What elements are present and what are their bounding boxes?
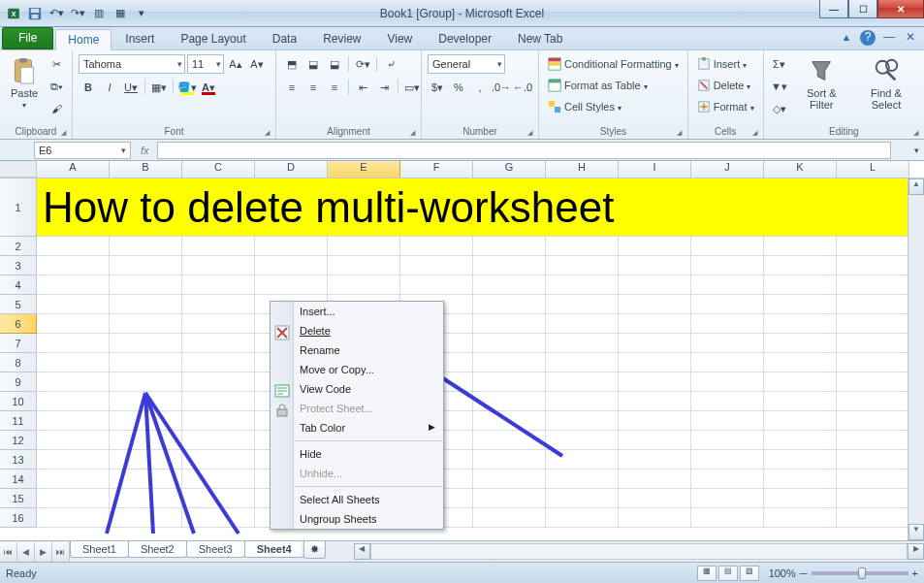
cell[interactable] <box>691 508 764 528</box>
cell[interactable] <box>473 450 546 470</box>
col-header[interactable]: I <box>619 161 691 178</box>
cell[interactable] <box>619 450 691 470</box>
cell[interactable] <box>110 392 182 411</box>
ctx-insert[interactable]: Insert... <box>271 302 443 321</box>
borders-icon[interactable]: ▦▾ <box>149 78 169 97</box>
cell[interactable] <box>837 314 909 334</box>
cell[interactable] <box>110 450 182 470</box>
align-middle-icon[interactable]: ⬓ <box>303 54 323 74</box>
autosum-icon[interactable]: Σ▾ <box>770 54 789 74</box>
maximize-button[interactable]: ☐ <box>848 0 877 18</box>
cell[interactable] <box>619 470 691 489</box>
cell[interactable] <box>37 372 110 392</box>
vertical-scrollbar[interactable]: ▲ ▼ <box>908 178 924 540</box>
cell[interactable] <box>619 508 691 528</box>
row-header[interactable]: 9 <box>0 372 37 392</box>
col-header[interactable]: F <box>400 161 473 178</box>
cell[interactable] <box>37 508 110 528</box>
row-header[interactable]: 8 <box>0 353 37 372</box>
worksheet-grid[interactable]: ABCDEFGHIJKL 1How to delete multi-worksh… <box>0 161 924 540</box>
cell[interactable] <box>182 295 255 314</box>
cell[interactable] <box>619 411 691 431</box>
cell[interactable] <box>400 275 473 295</box>
sheet-tab[interactable]: Sheet3 <box>186 541 245 558</box>
cell[interactable] <box>619 314 691 334</box>
qat-item-icon[interactable]: ▥ <box>89 4 109 23</box>
cell[interactable] <box>837 275 909 295</box>
cell[interactable] <box>619 489 691 508</box>
cell[interactable] <box>837 411 909 431</box>
col-header[interactable]: C <box>182 161 255 178</box>
close-button[interactable]: ✕ <box>877 0 924 18</box>
cell[interactable] <box>182 314 255 334</box>
sort-filter-button[interactable]: Sort & Filter <box>793 54 850 113</box>
cell[interactable] <box>764 450 837 470</box>
conditional-formatting-button[interactable]: Conditional Formatting <box>545 54 682 74</box>
cell[interactable] <box>546 392 619 411</box>
file-tab[interactable]: File <box>2 27 53 49</box>
col-header[interactable]: B <box>110 161 182 178</box>
cell[interactable] <box>837 489 909 508</box>
sheet-tab[interactable]: Sheet1 <box>70 541 129 558</box>
percent-icon[interactable]: % <box>449 78 468 97</box>
col-header[interactable]: E <box>328 161 400 178</box>
cell[interactable] <box>619 431 691 450</box>
cell[interactable] <box>619 295 691 314</box>
cell[interactable] <box>473 256 546 275</box>
cell-styles-button[interactable]: Cell Styles <box>545 97 682 116</box>
ctx-hide[interactable]: Hide <box>271 444 443 464</box>
cell[interactable] <box>764 314 837 334</box>
cell[interactable] <box>473 392 546 411</box>
font-name-combo[interactable]: Tahoma <box>79 54 185 74</box>
cell[interactable] <box>837 450 909 470</box>
cell[interactable] <box>691 353 764 372</box>
cell[interactable] <box>37 314 110 334</box>
row-header[interactable]: 3 <box>0 256 37 275</box>
row-header[interactable]: 13 <box>0 450 37 470</box>
cell[interactable] <box>110 334 182 353</box>
cell[interactable] <box>255 256 328 275</box>
fx-icon[interactable]: fx <box>133 145 157 156</box>
cell[interactable] <box>546 256 619 275</box>
cell[interactable] <box>37 334 110 353</box>
clear-icon[interactable]: ◇▾ <box>770 99 789 118</box>
orientation-icon[interactable]: ⟳▾ <box>353 54 372 74</box>
cell[interactable] <box>37 256 110 275</box>
cell[interactable] <box>110 237 182 256</box>
align-top-icon[interactable]: ⬒ <box>282 54 302 74</box>
cell[interactable] <box>473 470 546 489</box>
cell[interactable] <box>546 372 619 392</box>
cell[interactable] <box>764 237 837 256</box>
view-pagebreak-icon[interactable]: ▧ <box>740 566 759 581</box>
cell[interactable] <box>110 256 182 275</box>
row-header[interactable]: 1 <box>0 178 37 237</box>
ctx-select-all[interactable]: Select All Sheets <box>271 490 443 509</box>
cell[interactable] <box>182 450 255 470</box>
minimize-ribbon-icon[interactable]: ▴ <box>839 30 854 46</box>
cell[interactable] <box>110 508 182 528</box>
fill-icon[interactable]: ▼▾ <box>770 77 789 96</box>
paste-button[interactable]: Paste ▾ <box>6 54 43 112</box>
cut-icon[interactable]: ✂ <box>47 54 66 74</box>
undo-icon[interactable]: ↶▾ <box>47 4 66 23</box>
minimize-button[interactable]: — <box>819 0 848 18</box>
cell[interactable] <box>546 334 619 353</box>
cell[interactable] <box>546 353 619 372</box>
select-all-corner[interactable] <box>0 161 37 178</box>
cell[interactable] <box>691 489 764 508</box>
cell[interactable] <box>764 353 837 372</box>
cell[interactable] <box>400 237 473 256</box>
insert-sheet-icon[interactable]: ✸ <box>303 541 326 559</box>
cell[interactable] <box>37 353 110 372</box>
cell[interactable] <box>473 372 546 392</box>
decrease-indent-icon[interactable]: ⇤ <box>353 78 372 97</box>
qat-item-icon[interactable]: ▦ <box>111 4 130 23</box>
cell[interactable] <box>473 334 546 353</box>
col-header[interactable]: J <box>691 161 764 178</box>
cell[interactable] <box>255 275 328 295</box>
cell[interactable] <box>691 431 764 450</box>
tab-home[interactable]: Home <box>55 29 112 50</box>
cell[interactable] <box>110 314 182 334</box>
cell[interactable] <box>837 372 909 392</box>
cell[interactable] <box>691 470 764 489</box>
